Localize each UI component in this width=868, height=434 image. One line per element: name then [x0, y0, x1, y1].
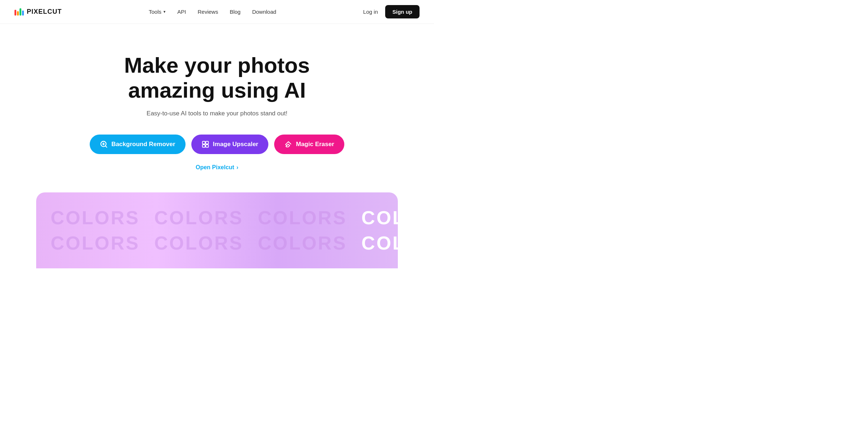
- hero-section: Make your photos amazing using AI Easy-t…: [0, 24, 434, 192]
- magic-eraser-button[interactable]: Magic Eraser: [274, 135, 344, 154]
- logo-bar-blue: [22, 10, 24, 16]
- color-word: COLORS: [258, 232, 347, 254]
- hero-subtitle: Easy-to-use AI tools to make your photos…: [14, 110, 420, 117]
- colors-row-2: COLORS COLORS COLORS COLORS: [51, 232, 383, 254]
- image-upscaler-button[interactable]: Image Upscaler: [191, 135, 269, 154]
- svg-line-1: [105, 146, 107, 147]
- background-remover-icon: [100, 140, 108, 148]
- logo-icon: [14, 8, 24, 16]
- nav-links: Tools ▾ API Reviews Blog Download: [149, 9, 276, 15]
- nav-link-tools: Tools: [149, 9, 161, 15]
- color-word: COLORS: [154, 232, 243, 254]
- background-remover-label: Background Remover: [111, 141, 175, 148]
- signup-button[interactable]: Sign up: [385, 5, 420, 18]
- nav-item-tools[interactable]: Tools ▾: [149, 9, 166, 15]
- chevron-down-icon: ▾: [163, 9, 166, 14]
- magic-eraser-icon: [284, 140, 292, 148]
- color-word-bright: COLORS: [361, 232, 398, 254]
- colors-banner: COLORS COLORS COLORS COLORS COLORS COLOR…: [36, 192, 398, 268]
- svg-rect-6: [202, 145, 205, 147]
- color-word: COLORS: [154, 207, 243, 229]
- logo-bar-red: [14, 10, 16, 16]
- logo-bar-orange: [17, 11, 19, 16]
- image-upscaler-icon: [201, 140, 209, 148]
- color-word: COLORS: [51, 232, 140, 254]
- logo[interactable]: PIXELCUT: [14, 8, 62, 16]
- logo-text: PIXELCUT: [27, 8, 62, 16]
- color-word: COLORS: [51, 207, 140, 229]
- nav-link-reviews: Reviews: [197, 9, 218, 15]
- nav-item-download[interactable]: Download: [252, 9, 276, 15]
- logo-bar-green: [20, 8, 21, 16]
- open-pixelcut-label: Open Pixelcut: [196, 164, 234, 171]
- open-pixelcut-arrow-icon: ›: [237, 164, 238, 171]
- image-upscaler-label: Image Upscaler: [213, 141, 259, 148]
- magic-eraser-label: Magic Eraser: [296, 141, 334, 148]
- navbar: PIXELCUT Tools ▾ API Reviews Blog Downlo…: [0, 0, 434, 24]
- nav-actions: Log in Sign up: [363, 5, 420, 18]
- color-word-bright: COLORS: [361, 207, 398, 229]
- nav-item-api[interactable]: API: [177, 9, 186, 15]
- color-word: COLORS: [258, 207, 347, 229]
- svg-rect-4: [202, 141, 205, 144]
- open-pixelcut-link[interactable]: Open Pixelcut ›: [196, 164, 238, 171]
- nav-link-api: API: [177, 9, 186, 15]
- background-remover-button[interactable]: Background Remover: [90, 135, 186, 154]
- login-button[interactable]: Log in: [363, 9, 378, 15]
- nav-item-reviews[interactable]: Reviews: [197, 9, 218, 15]
- svg-rect-7: [205, 145, 208, 147]
- svg-rect-5: [205, 141, 208, 144]
- nav-link-download: Download: [252, 9, 276, 15]
- nav-link-blog: Blog: [230, 9, 241, 15]
- nav-item-blog[interactable]: Blog: [230, 9, 241, 15]
- hero-title: Make your photos amazing using AI: [87, 53, 347, 103]
- colors-row-1: COLORS COLORS COLORS COLORS: [51, 207, 383, 229]
- hero-buttons: Background Remover Image Upscaler Ma: [14, 135, 420, 154]
